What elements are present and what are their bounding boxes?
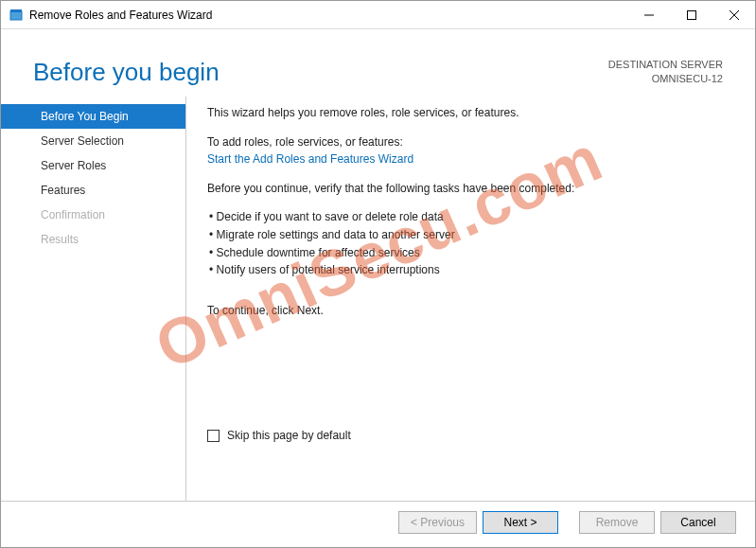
skip-label: Skip this page by default (227, 427, 351, 445)
minimize-button[interactable] (627, 1, 670, 28)
wizard-steps-sidebar: Before You Begin Server Selection Server… (1, 97, 185, 501)
skip-row: Skip this page by default (207, 427, 727, 445)
maximize-button[interactable] (670, 1, 712, 28)
svg-rect-0 (10, 11, 22, 20)
task-list: Decide if you want to save or delete rol… (209, 208, 727, 278)
next-button[interactable]: Next > (483, 511, 558, 534)
window-title: Remove Roles and Features Wizard (29, 9, 627, 22)
task-item: Schedule downtime for affected services (209, 244, 727, 262)
wizard-window: Remove Roles and Features Wizard Before … (0, 0, 756, 548)
sidebar-item-before-you-begin[interactable]: Before You Begin (1, 104, 185, 129)
sidebar-item-server-selection[interactable]: Server Selection (1, 129, 185, 153)
wizard-main: Before You Begin Server Selection Server… (1, 97, 755, 501)
skip-checkbox[interactable] (207, 430, 220, 442)
page-title: Before you begin (33, 58, 608, 87)
add-roles-label: To add roles, role services, or features… (207, 133, 727, 151)
previous-button: < Previous (398, 511, 477, 534)
svg-rect-1 (10, 9, 22, 12)
close-button[interactable] (712, 1, 755, 28)
svg-rect-3 (687, 10, 695, 19)
sidebar-item-confirmation: Confirmation (1, 203, 185, 227)
wizard-header: Before you begin DESTINATION SERVER OMNI… (1, 29, 755, 97)
wizard-content: This wizard helps you remove roles, role… (185, 97, 736, 501)
window-controls (627, 1, 755, 28)
cancel-button[interactable]: Cancel (660, 511, 736, 534)
task-item: Decide if you want to save or delete rol… (209, 208, 727, 226)
destination-label: DESTINATION SERVER (608, 58, 723, 72)
destination-server-info: DESTINATION SERVER OMNISECU-12 (608, 58, 723, 87)
verify-label: Before you continue, verify that the fol… (207, 180, 727, 198)
task-item: Notify users of potential service interr… (209, 261, 727, 279)
continue-text: To continue, click Next. (207, 302, 727, 320)
destination-value: OMNISECU-12 (608, 72, 723, 86)
intro-text: This wizard helps you remove roles, role… (207, 104, 727, 122)
app-icon (9, 8, 24, 23)
sidebar-item-features[interactable]: Features (1, 178, 185, 203)
sidebar-item-results: Results (1, 227, 185, 252)
wizard-footer: < Previous Next > Remove Cancel (1, 501, 755, 547)
sidebar-item-server-roles[interactable]: Server Roles (1, 153, 185, 178)
titlebar: Remove Roles and Features Wizard (1, 1, 755, 29)
task-item: Migrate role settings and data to anothe… (209, 226, 727, 244)
remove-button: Remove (579, 511, 655, 534)
start-add-wizard-link[interactable]: Start the Add Roles and Features Wizard (207, 152, 413, 166)
